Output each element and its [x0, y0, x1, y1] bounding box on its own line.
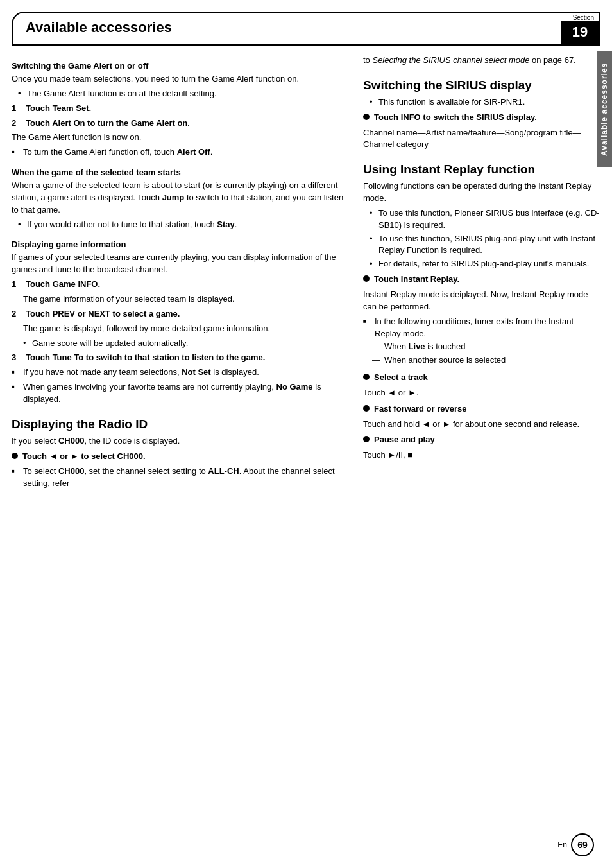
displaying-radio-id-para: If you select CH000, the ID code is disp…: [12, 435, 344, 447]
step3-detail2: ■ When games involving your favorite tea…: [12, 381, 344, 406]
switching-game-alert-intro: Once you made team selections, you need …: [12, 73, 344, 85]
section-box: Section 19: [548, 13, 599, 44]
list-item: To use this function, Pioneer SIRIUS bus…: [370, 207, 600, 232]
switching-game-alert-heading: Switching the Game Alert on or off: [12, 61, 344, 71]
sirius-channel-info: Channel name—Artist name/feature—Song/pr…: [363, 127, 600, 152]
game-info-step2-detail: The game is displayd, followed by more d…: [23, 323, 344, 335]
pause-play-detail: Touch ►/II, ■: [363, 449, 600, 462]
bullet-circle-icon: [363, 114, 370, 120]
section-label: Section: [573, 13, 599, 21]
step-1: 1 Touch Team Set.: [12, 103, 344, 115]
switching-sirius-section: Switching the SIRIUS display This functi…: [363, 78, 600, 151]
touch-instant-replay-bullet: Touch Instant Replay.: [363, 273, 600, 286]
instant-replay-intro: Following functions can be operated duri…: [363, 180, 600, 205]
step3-detail1: ■ If you have not made any team selectio…: [12, 367, 344, 379]
pause-play-bullet: Pause and play: [363, 434, 600, 446]
displaying-game-info-para: If games of your selected teams are curr…: [12, 252, 344, 276]
list-item: For details, refer to SIRIUS plug-and-pl…: [370, 258, 600, 270]
instant-replay-detail: Instant Replay mode is deiplayed. Now, I…: [363, 289, 600, 313]
when-game-starts-bullets: If you would rather not to tune to that …: [18, 219, 344, 231]
list-item: To use this function, SIRIUS plug-and-pl…: [370, 233, 600, 257]
displaying-game-info-section: Displaying game information If games of …: [12, 239, 344, 405]
instant-replay-when-source: — When another source is selected: [372, 354, 600, 367]
instant-replay-heading: Using Instant Replay function: [363, 162, 600, 177]
step-2: 2 Touch Alert On to turn the Game Alert …: [12, 117, 344, 130]
bullet-circle-icon: [12, 453, 18, 459]
bullet-circle-icon: [363, 436, 370, 442]
list-item: If you would rather not to tune to that …: [18, 219, 344, 231]
instant-replay-bullets: To use this function, Pioneer SIRIUS bus…: [370, 207, 600, 270]
switching-game-alert-section: Switching the Game Alert on or off Once …: [12, 61, 344, 159]
fast-forward-detail: Touch and hold ◄ or ► for about one seco…: [363, 419, 600, 431]
when-game-starts-section: When the game of the selected team start…: [12, 168, 344, 230]
radio-id-bullet: Touch ◄ or ► to select CH000.: [12, 451, 344, 463]
displaying-radio-id-section: Displaying the Radio ID If you select CH…: [12, 417, 344, 490]
page-header: Available accessories Section 19: [12, 12, 600, 46]
displaying-radio-id-heading: Displaying the Radio ID: [12, 417, 344, 431]
sirius-touch-bullet: Touch INFO to switch the SIRIUS display.: [363, 112, 600, 124]
section-number: 19: [561, 21, 599, 44]
right-intro-ref: to Selecting the SIRIUS channel select m…: [363, 55, 600, 67]
game-info-step-3: 3 Touch Tune To to switch to that statio…: [12, 352, 344, 364]
bullet-circle-icon: [363, 374, 370, 380]
game-info-step-1: 1 Touch Game INFO.: [12, 279, 344, 291]
select-track-detail: Touch ◄ or ►.: [363, 387, 600, 399]
instant-replay-section: Using Instant Replay function Following …: [363, 162, 600, 462]
main-content: Switching the Game Alert on or off Once …: [0, 52, 612, 491]
instant-replay-when-live: — When Live is touched: [372, 341, 600, 353]
left-column: Switching the Game Alert on or off Once …: [12, 52, 357, 491]
list-item: This function is available for SIR-PNR1.: [370, 96, 600, 108]
list-item: Game score will be updated automatically…: [23, 338, 344, 350]
page-number: 69: [571, 833, 594, 856]
bullet-circle-icon: [363, 275, 370, 282]
fast-forward-bullet: Fast forward or reverse: [363, 403, 600, 415]
switching-game-alert-bullets: The Game Alert function is on at the def…: [18, 88, 344, 100]
game-info-step-2: 2 Touch PREV or NEXT to select a game.: [12, 308, 344, 320]
instant-replay-sub1: ■ In the following conditions, tuner exi…: [363, 316, 600, 340]
radio-id-sub: ■ To select CH000, set the channel selec…: [12, 465, 344, 490]
select-track-bullet: Select a track: [363, 372, 600, 384]
when-game-starts-heading: When the game of the selected team start…: [12, 168, 344, 177]
game-info-step1-detail: The game information of your selected te…: [23, 293, 344, 306]
switching-sirius-bullets: This function is available for SIR-PNR1.: [370, 96, 600, 108]
list-item: The Game Alert function is on at the def…: [18, 88, 344, 100]
sidebar-label: Available accessories: [597, 51, 612, 167]
page-title: Available accessories: [13, 13, 548, 44]
displaying-game-info-heading: Displaying game information: [12, 239, 344, 249]
switching-sirius-heading: Switching the SIRIUS display: [363, 78, 600, 92]
bullet-circle-icon: [363, 405, 370, 412]
language-label: En: [557, 840, 567, 849]
when-game-starts-para: When a game of the selected team is abou…: [12, 180, 344, 216]
step2-sub: ■ To turn the Game Alert function off, t…: [12, 146, 344, 159]
right-column: to Selecting the SIRIUS channel select m…: [357, 52, 600, 491]
step2-detail: The Game Alert function is now on.: [12, 132, 344, 144]
page-footer: En 69: [557, 833, 594, 856]
game-info-step2-bullets: Game score will be updated automatically…: [23, 338, 344, 350]
